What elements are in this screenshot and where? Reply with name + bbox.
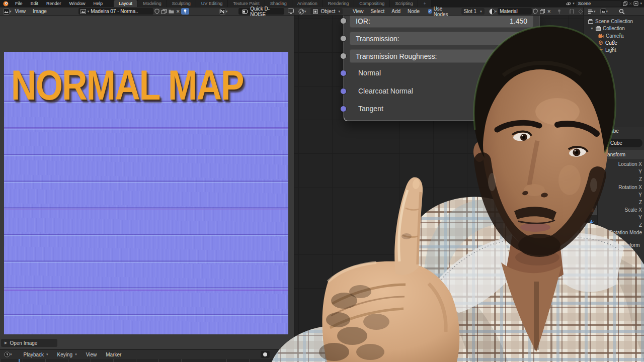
link-icon[interactable] [566,2,571,6]
scene-name-field[interactable]: Scene [576,1,621,7]
outliner-cube[interactable]: Cube [598,39,617,46]
shader-type-dropdown[interactable]: Object ▾ [310,8,343,15]
auto-keying-record-button[interactable] [261,351,270,358]
socket-ior[interactable] [340,18,347,24]
display-mode-icon[interactable] [600,9,606,14]
outliner-collection[interactable]: ▼ Collection [590,25,625,32]
blender-logo-icon[interactable] [0,0,11,7]
outliner[interactable]: Scene Collection ▼ Collection Camera Cub… [584,16,644,127]
shader-menu-select[interactable]: Select [367,9,388,14]
menu-edit[interactable]: Edit [27,0,43,7]
socket-clearcoat-normal[interactable] [340,88,347,95]
tab-uv-editing[interactable]: UV Editing [196,0,228,7]
node-input-transmission-roughness[interactable]: Transmission Roughness: [350,49,533,63]
unlink-image-icon[interactable]: ✕ [176,9,180,14]
tab-sculpting[interactable]: Sculpting [167,0,196,7]
chevron-down-icon: ▾ [495,10,497,14]
add-workspace-button[interactable]: + [418,0,431,7]
transform-panel-header[interactable]: Transform [598,150,644,159]
mesh-data-icon[interactable] [611,39,616,44]
outliner-camera[interactable]: Camera [598,32,624,39]
tab-scripting[interactable]: Scripting [390,0,418,7]
shader-menu-node[interactable]: Node [404,9,423,14]
light-icon [598,47,603,52]
timeline-menu-keying[interactable]: Keying▾ [53,352,82,357]
timeline-menu-marker[interactable]: Marker [101,352,126,357]
timeline-playhead[interactable] [19,359,20,362]
open-image-panel[interactable]: ▶ Open Image [1,339,57,347]
image-editor[interactable]: NORMAL MAP ▶ Open Image [0,16,294,349]
duplicate-icon[interactable] [540,9,545,14]
node-input-tangent[interactable]: Tangent [358,103,383,115]
breadcrumb-object[interactable]: Cube [607,128,619,134]
label-rotation-z: Z [639,199,642,206]
tab-layout[interactable]: Layout [114,0,138,7]
collapse-arrow-icon[interactable]: ▼ [590,27,594,30]
filter-icon[interactable] [588,9,594,14]
monitor-icon[interactable] [288,9,294,14]
socket-transmission[interactable] [340,35,347,42]
outliner-light[interactable]: Light [598,46,616,53]
image-datablock[interactable]: ▾ Madeira 07 - Norma.. [78,8,153,15]
node-input-normal[interactable]: Normal [358,67,381,79]
search-icon[interactable] [619,9,625,15]
shader-menu-view[interactable]: View [349,9,367,14]
quick-dnoise-button[interactable]: Quick D-NOISE [238,8,284,15]
image-editor-menu-image[interactable]: Image [29,9,50,14]
fake-user-shield-icon[interactable] [154,9,159,14]
tab-render-properties[interactable] [586,192,596,202]
tab-rendering[interactable]: Rendering [323,0,355,7]
editor-type-shader-icon[interactable] [298,9,304,15]
timeline-menu-playback[interactable]: Playback▾ [19,352,53,357]
unlink-scene-icon[interactable]: ✕ [629,2,632,6]
properties-editor[interactable]: Cube Cube Transform Location X Y Z Rotat… [584,127,644,362]
shader-node-editor[interactable]: IOR: 1.450 Transmission: 0.00 Transmissi… [294,16,584,349]
snap-icon[interactable] [570,9,574,14]
light-data-icon[interactable] [610,46,615,51]
relations-panel[interactable]: ▶ Relations [599,250,625,258]
material-datablock[interactable]: Material [498,8,532,15]
use-nodes-checkbox[interactable]: ✓ [428,9,432,14]
display-channels-icon[interactable] [219,9,226,15]
new-scene-icon[interactable] [623,2,627,6]
material-sphere-icon[interactable] [489,9,495,15]
menu-render[interactable]: Render [42,0,65,7]
tab-compositing[interactable]: Compositing [354,0,390,7]
socket-tangent[interactable] [340,106,347,112]
editor-type-timeline-icon[interactable] [4,351,10,357]
menu-help[interactable]: Help [90,0,107,7]
overlay-icon[interactable] [578,9,583,14]
menu-window[interactable]: Window [65,0,90,7]
tab-animation[interactable]: Animation [292,0,323,7]
tab-particle-properties[interactable] [586,229,596,239]
shader-menu-add[interactable]: Add [388,9,404,14]
timeline-track[interactable] [0,359,644,362]
tab-modifier-properties[interactable] [586,217,596,227]
principled-bsdf-node[interactable]: IOR: 1.450 Transmission: 0.00 Transmissi… [344,16,539,121]
pin-icon[interactable] [557,9,561,14]
slot-dropdown[interactable]: Slot 1 ▾ [461,8,485,15]
duplicate-icon[interactable] [162,9,167,14]
view-layer-icon[interactable] [633,1,638,6]
camera-data-icon[interactable] [618,32,622,37]
normal-map-title: NORMAL MAP [11,61,244,109]
fake-user-shield-icon[interactable] [533,9,538,14]
delta-transform-panel[interactable]: ▶ Delta Transform [599,241,640,249]
unlink-material-icon[interactable]: ✕ [547,9,551,14]
tab-physics-properties[interactable] [586,240,596,250]
open-folder-icon[interactable] [169,9,174,14]
tab-modeling[interactable]: Modeling [138,0,167,7]
image-editor-menu-view[interactable]: View [12,9,30,14]
normal-map-image[interactable]: NORMAL MAP [4,52,288,334]
menu-file[interactable]: File [11,0,27,7]
outliner-scene-collection[interactable]: Scene Collection [588,18,633,25]
editor-type-image-icon[interactable] [3,9,10,15]
timeline-menu-view[interactable]: View [82,352,102,357]
object-name-field[interactable]: Cube [599,139,642,147]
socket-transmission-roughness[interactable] [340,53,347,59]
pin-button[interactable] [181,8,189,15]
socket-normal[interactable] [340,70,347,76]
tab-object-properties[interactable] [586,205,597,215]
node-input-transmission[interactable]: Transmission: 0.00 [350,32,533,45]
node-input-clearcoat-normal[interactable]: Clearcoat Normal [358,85,413,97]
